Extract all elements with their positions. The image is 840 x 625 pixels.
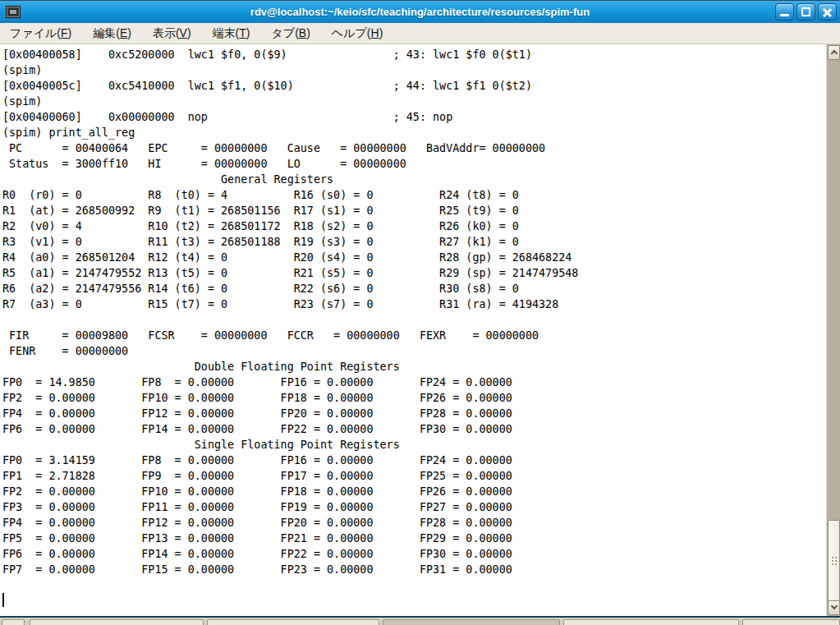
scroll-down-button[interactable] xyxy=(828,600,840,615)
terminal-output[interactable]: [0x00400058] 0xc5200000 lwc1 $f0, 0($9) … xyxy=(0,44,826,577)
taskbar-button[interactable] xyxy=(742,619,840,625)
chevron-down-icon xyxy=(831,603,838,609)
terminal-viewport[interactable]: [0x00400058] 0xc5200000 lwc1 $f0, 0($9) … xyxy=(0,44,826,616)
menu-label: ヘルプ( xyxy=(332,26,371,39)
menu-file[interactable]: ファイル(F) xyxy=(10,26,71,41)
menu-view[interactable]: 表示(V) xyxy=(153,26,191,41)
maximize-button[interactable] xyxy=(796,3,815,21)
close-button[interactable] xyxy=(818,3,837,21)
menu-label: ) xyxy=(68,26,72,39)
grip-icon xyxy=(832,557,833,558)
menu-mnemonic: T xyxy=(239,26,246,39)
taskbar xyxy=(0,616,840,625)
menu-label: タブ( xyxy=(272,26,299,39)
menu-label: ) xyxy=(187,26,191,39)
menu-mnemonic: H xyxy=(371,26,379,39)
window-controls xyxy=(775,3,837,21)
menu-mnemonic: V xyxy=(180,26,187,39)
scroll-up-button[interactable] xyxy=(828,45,840,60)
terminal-window: rdv@localhost:~/keio/sfc/teaching/archit… xyxy=(0,0,840,625)
menubar: ファイル(F) 編集(E) 表示(V) 端末(T) タブ(B) ヘルプ(H) xyxy=(0,23,840,44)
menu-terminal[interactable]: 端末(T) xyxy=(213,26,250,41)
menu-edit[interactable]: 編集(E) xyxy=(93,26,131,41)
taskbar-show-desktop-button[interactable] xyxy=(2,619,25,625)
menu-mnemonic: B xyxy=(299,26,306,39)
chevron-up-icon xyxy=(831,50,838,57)
menu-label: ファイル( xyxy=(10,26,61,39)
menu-help[interactable]: ヘルプ(H) xyxy=(332,26,383,41)
menu-label: 編集( xyxy=(93,26,120,39)
taskbar-button[interactable] xyxy=(30,619,204,625)
scrollbar[interactable] xyxy=(826,44,840,616)
minimize-button[interactable] xyxy=(775,3,794,21)
menu-mnemonic: F xyxy=(61,26,68,39)
menu-label: ) xyxy=(246,26,250,39)
menu-label: ) xyxy=(306,26,310,39)
taskbar-button-active[interactable] xyxy=(383,619,560,625)
taskbar-button[interactable] xyxy=(207,619,379,625)
menu-label: ) xyxy=(127,26,131,39)
menu-label: 端末( xyxy=(213,26,240,39)
menu-label: ) xyxy=(379,26,383,39)
menu-tabs[interactable]: タブ(B) xyxy=(272,26,310,41)
window-title: rdv@localhost:~/keio/sfc/teaching/archit… xyxy=(0,1,840,23)
menu-mnemonic: E xyxy=(120,26,127,39)
scrollbar-thumb[interactable] xyxy=(828,520,840,602)
taskbar-button[interactable] xyxy=(563,619,739,625)
text-cursor xyxy=(2,593,4,607)
terminal-app-icon xyxy=(6,6,21,18)
titlebar[interactable]: rdv@localhost:~/keio/sfc/teaching/archit… xyxy=(0,0,840,23)
menu-label: 表示( xyxy=(153,26,180,39)
